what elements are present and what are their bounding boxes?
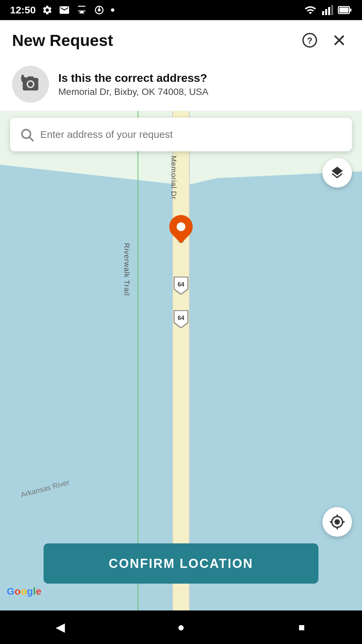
home-button[interactable]: ●	[168, 614, 194, 641]
my-location-button[interactable]	[322, 507, 352, 537]
recents-icon: ■	[298, 621, 305, 634]
map-layers-button[interactable]	[322, 158, 352, 187]
battery-icon	[338, 4, 352, 16]
photo-placeholder[interactable]	[12, 66, 49, 103]
map-trail-road	[137, 111, 138, 610]
help-icon: ?	[302, 32, 318, 48]
map-area[interactable]: Memorial Dr Riverwalk Trail 64 64 Arkans…	[0, 111, 362, 610]
status-time: 12:50	[10, 4, 36, 16]
my-location-icon	[329, 514, 345, 530]
close-icon	[331, 32, 347, 48]
recents-button[interactable]: ■	[288, 614, 315, 641]
address-banner: Is this the correct address? Memorial Dr…	[0, 59, 362, 111]
search-box[interactable]	[10, 118, 352, 151]
status-bar: 12:50	[0, 0, 362, 20]
address-value: Memorial Dr, Bixby, OK 74008, USA	[58, 87, 208, 97]
radar-icon	[94, 4, 105, 16]
svg-text:?: ?	[307, 36, 312, 46]
bottom-navigation: ◀ ● ■	[0, 610, 362, 644]
app-header: New Request ?	[0, 20, 362, 59]
confirm-location-button[interactable]: CONFIRM LOCATION	[44, 543, 318, 584]
screen-icon	[76, 4, 87, 16]
help-button[interactable]: ?	[299, 30, 320, 51]
search-input[interactable]	[40, 129, 343, 140]
camera-plus-icon	[21, 75, 40, 94]
home-icon: ●	[177, 620, 185, 634]
svg-rect-6	[331, 5, 333, 15]
svg-text:64: 64	[178, 315, 184, 321]
road-label-riverwalk: Riverwalk Trail	[122, 243, 131, 296]
svg-rect-9	[340, 8, 349, 13]
svg-point-14	[28, 82, 33, 87]
svg-rect-4	[325, 9, 327, 15]
signal-icon	[321, 4, 333, 16]
close-button[interactable]	[328, 30, 350, 51]
page-title: New Request	[12, 31, 113, 50]
back-icon: ◀	[56, 620, 65, 634]
search-icon-wrap	[19, 127, 34, 142]
svg-line-20	[29, 137, 33, 141]
svg-rect-5	[328, 7, 330, 15]
location-pin	[169, 215, 193, 243]
wifi-icon	[304, 4, 316, 16]
settings-icon	[42, 5, 53, 15]
back-button[interactable]: ◀	[47, 614, 74, 641]
gmail-icon	[59, 4, 70, 16]
notification-dot	[111, 8, 114, 12]
svg-rect-3	[322, 11, 324, 15]
search-icon	[19, 127, 34, 142]
svg-text:64: 64	[178, 281, 184, 288]
google-logo: Google	[7, 586, 41, 597]
highway-shield-64-top: 64	[172, 275, 190, 294]
svg-rect-16	[21, 77, 26, 79]
address-question: Is this the correct address?	[58, 71, 208, 85]
confirm-location-label: CONFIRM LOCATION	[109, 556, 253, 571]
road-label-memorial: Memorial Dr	[169, 156, 178, 200]
svg-rect-8	[350, 9, 352, 12]
highway-shield-64-bottom: 64	[172, 309, 190, 328]
layers-icon	[330, 165, 345, 180]
